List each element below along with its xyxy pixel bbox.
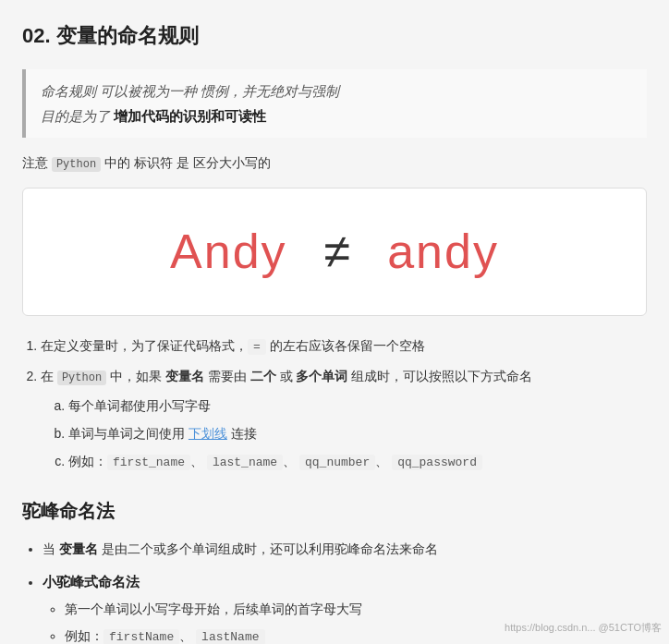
camel-section-title: 驼峰命名法 — [22, 495, 647, 527]
demo-left: Andy — [170, 211, 287, 292]
demo-right: andy — [387, 211, 499, 292]
camel-intro: 当 变量名 是由二个或多个单词组成时，还可以利用驼峰命名法来命名 — [43, 538, 647, 561]
variable-name-bold-2: 变量名 — [59, 541, 98, 556]
demo-box: Andy ≠ andy — [22, 188, 647, 315]
code-last-name: last_name — [207, 455, 283, 470]
python-badge-2: Python — [57, 371, 106, 385]
note-prefix: 注意 — [22, 155, 52, 170]
code-last-name-camel: lastName — [196, 629, 264, 644]
code-qq-password: qq_password — [392, 455, 482, 470]
underscore-link: 下划线 — [189, 426, 227, 441]
quote-line1: 命名规则 可以被视为一种 惯例，并无绝对与强制 — [41, 79, 632, 103]
multiple-words-bold: 多个单词 — [296, 369, 347, 383]
sub-item-b: 单词与单词之间使用 下划线 连接 — [68, 422, 647, 445]
rule-item-2: 在 Python 中，如果 变量名 需要由 二个 或 多个单词 组成时，可以按照… — [41, 365, 647, 473]
small-camel-rule1: 第一个单词以小写字母开始，后续单词的首字母大写 — [65, 598, 647, 621]
rule-item-1: 在定义变量时，为了保证代码格式，= 的左右应该各保留一个空格 — [41, 334, 647, 358]
code-first-name: first_name — [107, 455, 190, 470]
rules-list: 在定义变量时，为了保证代码格式，= 的左右应该各保留一个空格 在 Python … — [22, 334, 647, 474]
quote-line2-prefix: 目的是为了 — [41, 108, 114, 124]
python-badge: Python — [52, 157, 101, 172]
note-suffix: 中的 标识符 是 区分大小写的 — [101, 155, 271, 170]
variable-name-bold: 变量名 — [165, 369, 204, 383]
quote-line2: 目的是为了 增加代码的识别和可读性 — [41, 103, 632, 128]
quote-block: 命名规则 可以被视为一种 惯例，并无绝对与强制 目的是为了 增加代码的识别和可读… — [22, 69, 647, 138]
watermark: https://blog.csdn.n... @51CTO博客 — [505, 619, 662, 637]
note-line: 注意 Python 中的 标识符 是 区分大小写的 — [22, 152, 647, 175]
code-first-name-camel: firstName — [103, 629, 179, 644]
page-title: 02. 变量的命名规则 — [22, 18, 647, 53]
sub-item-a: 每个单词都使用小写字母 — [68, 395, 647, 418]
sub-item-c: 例如：first_name、 last_name、 qq_number、 qq_… — [68, 450, 647, 473]
demo-neq-symbol: ≠ — [324, 211, 351, 292]
code-qq-number: qq_number — [299, 455, 375, 470]
quote-line2-bold: 增加代码的识别和可读性 — [114, 108, 266, 124]
naming-sub-list: 每个单词都使用小写字母 单词与单词之间使用 下划线 连接 例如：first_na… — [41, 395, 647, 474]
two-words-bold: 二个 — [250, 369, 276, 383]
equals-code: = — [248, 339, 266, 355]
small-camel-title: 小驼峰式命名法 — [43, 574, 140, 589]
